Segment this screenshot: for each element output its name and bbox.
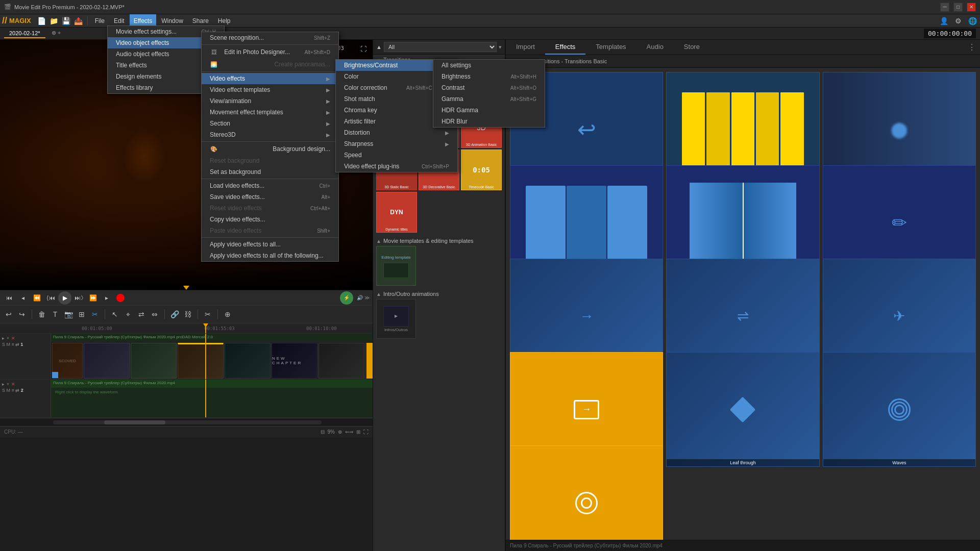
zooming-card[interactable]: Zooming <box>510 445 663 540</box>
grid-button[interactable]: ⊞ <box>76 309 87 320</box>
gamma-item[interactable]: Gamma Alt+Shift+G <box>433 93 545 105</box>
delete-button[interactable]: 🗑 <box>36 309 47 320</box>
video-effects-item[interactable]: Video effects ▶ <box>202 73 338 84</box>
collapse-arrow[interactable]: ▲ <box>376 44 382 50</box>
hdr-gamma-item[interactable]: HDR Gamma <box>433 105 545 116</box>
slide-tool[interactable]: ⇔ <box>149 309 160 320</box>
prev-clip-button[interactable]: ⟨⏮ <box>44 292 57 304</box>
right-panel-menu-icon[interactable]: ⋮ <box>968 42 976 52</box>
set-as-background-item[interactable]: Set as background <box>202 166 338 178</box>
clip-3[interactable] <box>131 343 177 379</box>
user-icon[interactable]: 👤 <box>938 15 949 27</box>
go-start-button[interactable]: ⏮ <box>3 292 15 304</box>
edit-photo-designer-item[interactable]: 🖼 Edit in Photo Designer... Alt+Shift+D <box>202 46 338 58</box>
prev-marker-button[interactable]: ⏪ <box>31 292 43 304</box>
expand-timeline-icon[interactable]: ≫ <box>364 295 370 300</box>
track-2-delete[interactable]: ✕ <box>11 382 15 387</box>
new-icon[interactable]: 📄 <box>36 15 47 27</box>
track-2-add[interactable]: + <box>7 382 9 387</box>
contrast-item[interactable]: Contrast Alt+Shift+O <box>433 82 545 93</box>
redo-button[interactable]: ↪ <box>16 309 28 320</box>
movie-templates-section-header[interactable]: ▲ Movie templates & editing templates <box>373 236 505 246</box>
magix-online-icon[interactable]: 🌐 <box>967 15 978 27</box>
video-effect-templates-item[interactable]: Video effect templates ▶ <box>202 84 338 95</box>
export-icon[interactable]: 📤 <box>73 15 84 27</box>
clip-7[interactable] <box>318 343 364 379</box>
text-button[interactable]: T <box>50 309 61 320</box>
save-icon[interactable]: 💾 <box>61 15 72 27</box>
play-button[interactable]: ▶ <box>58 291 71 305</box>
category-select[interactable]: All <box>384 42 497 52</box>
timeline-scrollbar[interactable] <box>0 418 373 426</box>
undo-button[interactable]: ↩ <box>3 309 14 320</box>
add-tab-button[interactable]: ⊕ + <box>46 29 66 38</box>
close-button[interactable]: ✕ <box>967 3 976 12</box>
section-item[interactable]: Section ▶ <box>202 118 338 129</box>
intros-outros-card[interactable]: ▶ Intros/Outros <box>376 299 416 339</box>
track-2-expand[interactable]: ▸ <box>2 382 5 387</box>
view-options-icon[interactable]: ⊞ <box>356 429 360 435</box>
scene-recognition-item[interactable]: Scene recognition... Shift+Z <box>202 32 338 43</box>
add-media-button[interactable]: ⊕ <box>222 309 233 320</box>
sharpness-item[interactable]: Sharpness ▶ <box>336 138 457 149</box>
clip-5[interactable] <box>225 343 271 379</box>
next-frame-button[interactable]: ▸ <box>101 292 113 304</box>
next-clip-button[interactable]: ⏭⟩ <box>73 292 85 304</box>
scroll-thumb[interactable] <box>104 420 165 424</box>
prev-frame-button[interactable]: ◂ <box>17 292 29 304</box>
leaf-through-card[interactable]: Leaf through <box>666 352 819 467</box>
track-1-expand[interactable]: ▸ <box>2 336 5 341</box>
fit-view-icon[interactable]: ⇐⇒ <box>345 429 353 435</box>
trim-button[interactable]: ✂ <box>89 309 101 320</box>
stereo3d-item[interactable]: Stereo3D ▶ <box>202 129 338 140</box>
waves-card[interactable]: Waves <box>823 352 976 467</box>
clip-2[interactable] <box>84 343 130 379</box>
unlink-button[interactable]: ⛓ <box>182 309 193 320</box>
background-design-item[interactable]: 🎨 Background design... <box>202 143 338 155</box>
minimize-button[interactable]: ─ <box>940 3 949 12</box>
clip-6[interactable]: NEW CHAPTER <box>272 343 317 379</box>
dynamic-titles-card[interactable]: DYN Dynamic titles <box>376 192 417 233</box>
zoom-in-icon[interactable]: ⊕ <box>338 429 342 435</box>
import-tab[interactable]: Import <box>506 40 545 55</box>
view-animation-item[interactable]: View/animation ▶ <box>202 95 338 107</box>
editing-template-card[interactable]: Editing template <box>376 246 416 286</box>
templates-tab[interactable]: Templates <box>585 40 636 55</box>
save-video-effects-item[interactable]: Save video effects... Alt+ <box>202 191 338 203</box>
fullscreen-button[interactable]: ⛶ <box>358 44 369 54</box>
blade-tool[interactable]: ⌖ <box>122 309 134 320</box>
copy-video-effects-item[interactable]: Copy video effects... <box>202 214 338 225</box>
open-icon[interactable]: 📁 <box>48 15 60 27</box>
timecode-basic-card[interactable]: 0:05 Timecode Basic <box>461 149 502 190</box>
load-video-effects-item[interactable]: Load video effects... Ctrl+ <box>202 180 338 191</box>
link-button[interactable]: 🔗 <box>169 309 180 320</box>
razor-tool[interactable]: ✂ <box>202 309 213 320</box>
zoom-out-icon[interactable]: ⊟ <box>321 429 325 435</box>
movement-effect-templates-item[interactable]: Movement effect templates ▶ <box>202 107 338 118</box>
cursor-tool[interactable]: ↖ <box>109 309 120 320</box>
maximize-button[interactable]: □ <box>953 3 963 12</box>
project-tab[interactable]: 2020-02-12* <box>4 29 45 38</box>
distortion-item[interactable]: Distortion ▶ <box>336 127 457 138</box>
trim-tool[interactable]: ⇄ <box>136 309 147 320</box>
store-tab[interactable]: Store <box>674 40 710 55</box>
expand-icon[interactable]: ⛶ <box>363 429 369 435</box>
brightness-item[interactable]: Brightness Alt+Shift+H <box>433 71 545 82</box>
speed-item[interactable]: Speed <box>336 149 457 161</box>
snapshot-button[interactable]: 📷 <box>63 309 74 320</box>
jog-wheel[interactable]: ⚡ <box>340 291 353 305</box>
effects-tab[interactable]: Effects <box>545 40 586 55</box>
track-1-add[interactable]: + <box>7 336 9 341</box>
next-marker-button[interactable]: ⏩ <box>87 292 99 304</box>
menu-file[interactable]: File <box>91 14 109 27</box>
apply-all-item[interactable]: Apply video effects to all... <box>202 239 338 250</box>
hdr-blur-item[interactable]: HDR Blur <box>433 116 545 127</box>
audio-tab[interactable]: Audio <box>636 40 674 55</box>
record-button[interactable] <box>116 294 125 302</box>
all-settings-item[interactable]: All settings <box>433 60 545 71</box>
track-1-delete[interactable]: ✕ <box>11 336 15 341</box>
intro-outro-section-header[interactable]: ▲ Intro/Outro animations <box>373 289 505 299</box>
clip-4[interactable] <box>178 343 224 379</box>
settings-gear-icon[interactable]: ⚙ <box>952 15 964 27</box>
apply-all-following-item[interactable]: Apply video effects to all of the follow… <box>202 250 338 261</box>
